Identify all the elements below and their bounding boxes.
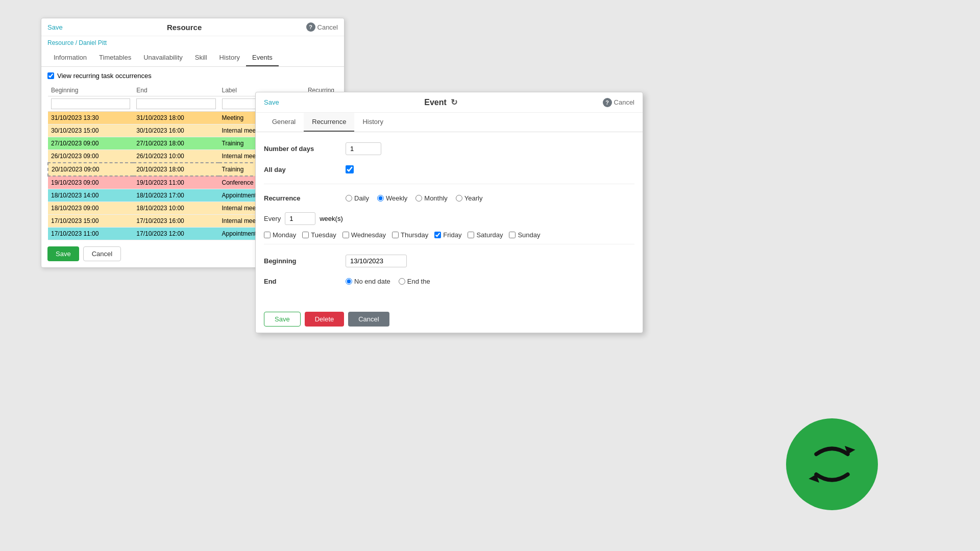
- filter-end[interactable]: [136, 98, 215, 109]
- recurrence-arrows-icon: [804, 436, 860, 492]
- cell-end: 18/10/2023 10:00: [133, 202, 218, 215]
- event-tab-recurrence[interactable]: Recurrence: [304, 113, 354, 132]
- divider-1: [264, 184, 634, 184]
- tab-information[interactable]: Information: [47, 49, 93, 66]
- event-cancel-label[interactable]: Cancel: [614, 98, 634, 106]
- day-sunday-checkbox[interactable]: [509, 232, 516, 238]
- recurrence-weekly[interactable]: Weekly: [377, 194, 407, 202]
- event-footer-cancel-button[interactable]: Cancel: [348, 312, 389, 327]
- event-cancel-link[interactable]: ? Cancel: [603, 98, 634, 107]
- beginning-input[interactable]: [346, 255, 407, 267]
- event-tab-history[interactable]: History: [354, 113, 391, 132]
- all-day-checkbox[interactable]: [346, 165, 354, 173]
- resource-cancel-label[interactable]: Cancel: [317, 23, 338, 31]
- cell-beginning: 27/10/2023 09:00: [48, 137, 133, 150]
- refresh-icon[interactable]: ↻: [451, 97, 457, 107]
- all-day-row: All day: [264, 165, 634, 173]
- cell-end: 30/10/2023 16:00: [133, 124, 218, 137]
- day-tuesday[interactable]: Tuesday: [302, 231, 336, 239]
- tab-history[interactable]: History: [213, 49, 246, 66]
- cell-beginning: 18/10/2023 14:00: [48, 189, 133, 202]
- recurrence-weekly-radio[interactable]: [377, 195, 384, 202]
- event-tab-general[interactable]: General: [264, 113, 304, 132]
- help-icon: ?: [306, 22, 315, 32]
- day-tuesday-checkbox[interactable]: [302, 232, 309, 238]
- end-the-radio[interactable]: [399, 278, 405, 285]
- tab-unavailability[interactable]: Unavailability: [137, 49, 189, 66]
- day-friday-checkbox[interactable]: [434, 232, 441, 238]
- beginning-label: Beginning: [264, 257, 346, 265]
- cell-end: 31/10/2023 18:00: [133, 112, 218, 124]
- end-the-label: End the: [407, 278, 430, 285]
- tab-skill[interactable]: Skill: [189, 49, 213, 66]
- day-saturday-label: Saturday: [476, 231, 503, 239]
- day-thursday[interactable]: Thursday: [392, 231, 428, 239]
- resource-footer-save-button[interactable]: Save: [47, 246, 79, 261]
- event-title: Event ↻: [424, 97, 457, 107]
- event-tabs: General Recurrence History: [256, 113, 643, 132]
- event-footer-save-button[interactable]: Save: [264, 312, 301, 327]
- cell-end: 18/10/2023 17:00: [133, 189, 218, 202]
- end-options: No end date End the: [346, 278, 430, 285]
- cell-end: 19/10/2023 11:00: [133, 176, 218, 189]
- filter-beginning[interactable]: [51, 98, 130, 109]
- cell-beginning: 19/10/2023 09:00: [48, 176, 133, 189]
- number-of-days-input[interactable]: [346, 142, 381, 155]
- event-footer: Save Delete Cancel: [256, 306, 643, 333]
- week-label: week(s): [320, 215, 343, 222]
- day-sunday[interactable]: Sunday: [509, 231, 540, 239]
- day-friday[interactable]: Friday: [434, 231, 461, 239]
- resource-cancel-link[interactable]: ? Cancel: [306, 22, 338, 32]
- recurrence-monthly[interactable]: Monthly: [415, 194, 448, 202]
- event-save-button[interactable]: Save: [264, 98, 279, 106]
- resource-footer-cancel-button[interactable]: Cancel: [83, 246, 121, 261]
- tab-events[interactable]: Events: [246, 49, 279, 66]
- breadcrumb[interactable]: Resource / Daniel Pitt: [41, 36, 344, 49]
- tab-timetables[interactable]: Timetables: [93, 49, 137, 66]
- day-friday-label: Friday: [443, 231, 461, 239]
- recurrence-row: Recurrence Daily Weekly Monthly Yearly: [264, 194, 634, 202]
- event-footer-delete-button[interactable]: Delete: [305, 312, 345, 327]
- day-monday[interactable]: Monday: [264, 231, 296, 239]
- event-body: Number of days All day Recurrence Daily …: [256, 132, 643, 306]
- recurrence-monthly-label: Monthly: [424, 194, 448, 202]
- beginning-row: Beginning: [264, 255, 634, 267]
- day-monday-checkbox[interactable]: [264, 232, 271, 238]
- every-row: Every week(s): [264, 212, 634, 225]
- recurrence-weekly-label: Weekly: [386, 194, 407, 202]
- day-wednesday-label: Wednesday: [351, 231, 386, 239]
- end-no-end-radio[interactable]: [346, 278, 352, 285]
- view-recurring-row: View recurring task occurrences: [41, 67, 344, 85]
- day-monday-label: Monday: [273, 231, 296, 239]
- event-header: Save Event ↻ ? Cancel: [256, 92, 643, 113]
- recurrence-daily-radio[interactable]: [346, 195, 352, 202]
- resource-header: Save Resource ? Cancel: [41, 18, 344, 36]
- recurrence-yearly[interactable]: Yearly: [456, 194, 483, 202]
- day-wednesday-checkbox[interactable]: [342, 232, 349, 238]
- days-row: Monday Tuesday Wednesday Thursday Friday: [264, 231, 634, 239]
- recurrence-monthly-radio[interactable]: [415, 195, 422, 202]
- cell-end: 20/10/2023 18:00: [133, 163, 218, 176]
- recurrence-options: Daily Weekly Monthly Yearly: [346, 194, 482, 202]
- end-no-end-date[interactable]: No end date: [346, 278, 390, 285]
- cell-end: 17/10/2023 12:00: [133, 228, 218, 240]
- col-end: End: [133, 85, 218, 96]
- day-tuesday-label: Tuesday: [311, 231, 336, 239]
- day-wednesday[interactable]: Wednesday: [342, 231, 386, 239]
- recurrence-daily[interactable]: Daily: [346, 194, 369, 202]
- recurrence-yearly-radio[interactable]: [456, 195, 462, 202]
- cell-beginning: 20/10/2023 09:00: [48, 163, 133, 176]
- recurrence-label: Recurrence: [264, 194, 346, 202]
- recurrence-daily-label: Daily: [354, 194, 369, 202]
- every-input[interactable]: [285, 212, 315, 225]
- day-saturday-checkbox[interactable]: [468, 232, 474, 238]
- resource-save-button[interactable]: Save: [47, 23, 63, 31]
- view-recurring-checkbox[interactable]: [47, 72, 54, 79]
- end-end-the[interactable]: End the: [399, 278, 430, 285]
- day-thursday-checkbox[interactable]: [392, 232, 399, 238]
- cell-beginning: 18/10/2023 09:00: [48, 202, 133, 215]
- day-saturday[interactable]: Saturday: [468, 231, 503, 239]
- help-icon-event: ?: [603, 98, 612, 107]
- recurrence-fab[interactable]: [786, 418, 878, 510]
- number-of-days-row: Number of days: [264, 142, 634, 155]
